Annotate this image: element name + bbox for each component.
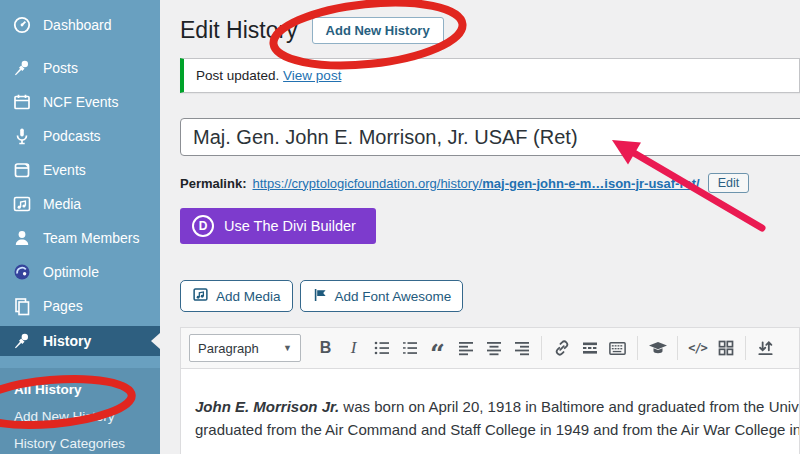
- italic-icon[interactable]: I: [340, 335, 367, 361]
- sidebar-item-label: Optimole: [43, 264, 99, 280]
- submenu-item-add-new-history[interactable]: Add New History: [0, 403, 160, 430]
- pages-icon: [12, 296, 32, 316]
- sidebar-item-label: Posts: [43, 60, 78, 76]
- permalink-row: Permalink: https://cryptologicfoundation…: [180, 173, 800, 193]
- sidebar-item-label: NCF Events: [43, 94, 118, 110]
- permalink-slug: maj-gen-john-e-m…ison-jr-usaf-ret/: [482, 176, 699, 191]
- toolbar-separator: [541, 336, 542, 360]
- editor-toolbar: Paragraph ▼ B I “: [181, 328, 799, 369]
- divi-button-label: Use The Divi Builder: [224, 218, 356, 234]
- graduation-cap-icon[interactable]: [644, 335, 671, 361]
- edit-post-screen: Edit History Add New History Post update…: [160, 0, 800, 454]
- submenu-item-history-categories[interactable]: History Categories: [0, 430, 160, 454]
- content-line-1-rest: was born on April 20, 1918 in Baltimore …: [339, 398, 799, 415]
- sidebar-item-ncf-events[interactable]: NCF Events: [0, 85, 160, 119]
- add-font-awesome-button[interactable]: Add Font Awesome: [300, 280, 464, 312]
- sidebar-item-label: Podcasts: [43, 128, 101, 144]
- sidebar-item-dashboard[interactable]: Dashboard: [0, 8, 160, 42]
- person-icon: [12, 228, 32, 248]
- optimole-logo-icon: [12, 262, 32, 282]
- edit-permalink-button[interactable]: Edit: [708, 173, 750, 193]
- media-buttons-row: Add Media Add Font Awesome: [180, 280, 800, 312]
- sidebar-item-posts[interactable]: Posts: [0, 51, 160, 85]
- add-media-label: Add Media: [216, 289, 281, 304]
- code-icon[interactable]: </>: [684, 335, 711, 361]
- sidebar-item-label: Events: [43, 162, 86, 178]
- admin-menu: Dashboard Posts NCF Events Podcasts Even…: [0, 0, 160, 356]
- pushpin-icon: [12, 58, 32, 78]
- sidebar-item-label: Media: [43, 196, 81, 212]
- flag-icon: [312, 287, 328, 306]
- media-note-icon: [192, 286, 209, 306]
- align-left-icon[interactable]: [452, 335, 479, 361]
- sidebar-item-events[interactable]: Events: [0, 153, 160, 187]
- sidebar-item-label: History: [43, 333, 91, 349]
- align-right-icon[interactable]: [508, 335, 535, 361]
- submenu-item-all-history[interactable]: All History: [0, 376, 160, 403]
- sidebar-item-label: Dashboard: [43, 17, 112, 33]
- history-submenu: All History Add New History History Cate…: [0, 368, 160, 454]
- sidebar-item-podcasts[interactable]: Podcasts: [0, 119, 160, 153]
- sidebar-item-pages[interactable]: Pages: [0, 289, 160, 323]
- align-center-icon[interactable]: [480, 335, 507, 361]
- toolbar-toggle-keyboard-icon[interactable]: [604, 335, 631, 361]
- paragraph-format-select[interactable]: Paragraph ▼: [189, 334, 301, 362]
- add-font-awesome-label: Add Font Awesome: [335, 289, 452, 304]
- sidebar-item-label: Pages: [43, 298, 83, 314]
- notice-message: Post updated.: [196, 68, 279, 83]
- format-select-value: Paragraph: [198, 341, 259, 356]
- toolbar-separator: [745, 336, 746, 360]
- use-divi-builder-button[interactable]: D Use The Divi Builder: [180, 208, 376, 244]
- classic-editor: Paragraph ▼ B I “: [180, 327, 800, 454]
- grid-layout-icon[interactable]: [712, 335, 739, 361]
- permalink-base: https://cryptologicfoundation.org/histor…: [252, 176, 482, 191]
- post-title-input[interactable]: [180, 118, 800, 156]
- pushpin-icon: [12, 331, 32, 351]
- microphone-icon: [12, 126, 32, 146]
- calendar-alt-icon: [12, 160, 32, 180]
- content-line-1: John E. Morrison Jr. was born on April 2…: [195, 395, 799, 418]
- bold-icon[interactable]: B: [312, 335, 339, 361]
- chevron-down-icon: ▼: [283, 343, 292, 353]
- toolbar-separator: [677, 336, 678, 360]
- sidebar-item-media[interactable]: Media: [0, 187, 160, 221]
- permalink-url-link[interactable]: https://cryptologicfoundation.org/histor…: [252, 176, 699, 191]
- admin-sidebar: Dashboard Posts NCF Events Podcasts Even…: [0, 0, 160, 454]
- content-lead: John E. Morrison Jr.: [195, 398, 339, 415]
- active-menu-arrow-icon: [151, 333, 160, 349]
- content-line-2: graduated from the Air Command and Staff…: [195, 418, 799, 441]
- sidebar-item-optimole[interactable]: Optimole: [0, 255, 160, 289]
- dashboard-gauge-icon: [12, 15, 32, 35]
- toolbar-separator: [637, 336, 638, 360]
- numbered-list-icon[interactable]: [396, 335, 423, 361]
- post-updated-notice: Post updated. View post: [180, 58, 800, 93]
- view-post-link[interactable]: View post: [283, 68, 341, 83]
- sidebar-item-label: Team Members: [43, 230, 139, 246]
- divi-logo-icon: D: [192, 215, 214, 237]
- calendar-icon: [12, 92, 32, 112]
- sidebar-item-history[interactable]: History: [0, 326, 160, 356]
- editor-content[interactable]: John E. Morrison Jr. was born on April 2…: [181, 369, 799, 441]
- page-title: Edit History: [180, 16, 298, 45]
- sidebar-item-team-members[interactable]: Team Members: [0, 221, 160, 255]
- read-more-icon[interactable]: [576, 335, 603, 361]
- link-icon[interactable]: [548, 335, 575, 361]
- add-new-history-button[interactable]: Add New History: [312, 17, 444, 44]
- page-header: Edit History Add New History: [180, 16, 800, 45]
- permalink-label: Permalink:: [180, 176, 246, 191]
- import-export-icon[interactable]: [752, 335, 779, 361]
- add-media-button[interactable]: Add Media: [180, 280, 293, 312]
- blockquote-icon[interactable]: “: [424, 335, 451, 361]
- media-note-icon: [12, 194, 32, 214]
- bulleted-list-icon[interactable]: [368, 335, 395, 361]
